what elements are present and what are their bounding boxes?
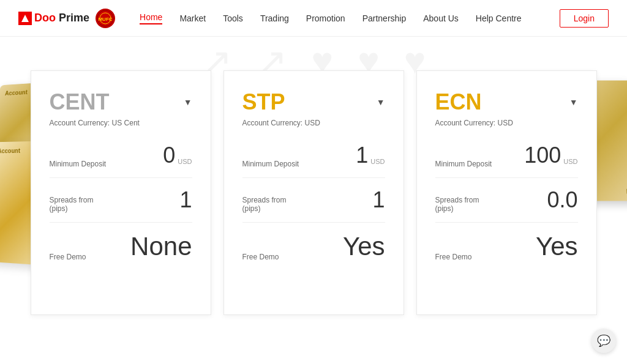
cent-spreads-label: Spreads from (pips): [50, 196, 111, 213]
nav-about-us[interactable]: About Us: [423, 13, 459, 23]
stp-min-deposit-value: 1USD: [356, 143, 385, 168]
stp-spreads-value: 1: [372, 187, 385, 213]
ecn-spreads-row: Spreads from (pips) 0.0: [435, 187, 578, 213]
ecn-card-arrow[interactable]: ▼: [569, 97, 578, 107]
nav-home[interactable]: Home: [140, 12, 162, 24]
main-nav: Home Market Tools Trading Promotion Part…: [140, 12, 560, 24]
cent-spreads-row: Spreads from (pips) 1: [50, 187, 192, 213]
login-button[interactable]: Login: [560, 9, 609, 28]
brand-name: Doo Prime: [34, 12, 89, 24]
stp-spreads-label: Spreads from (pips): [242, 196, 304, 213]
cent-card: CENT ▼ Account Currency: US Cent Minimum…: [31, 70, 211, 315]
header: Doo Prime MUFC Home Market Tools Trading…: [0, 0, 627, 37]
nav-promotion[interactable]: Promotion: [306, 13, 345, 23]
stp-spreads-row: Spreads from (pips) 1: [242, 187, 385, 213]
svg-text:MUFC: MUFC: [98, 17, 112, 22]
stp-demo-row: Free Demo Yes: [242, 232, 385, 261]
ecn-demo-value: Yes: [536, 232, 578, 261]
ecn-spreads-label: Spreads from (pips): [435, 196, 497, 213]
chat-bubble[interactable]: 💬: [591, 329, 616, 353]
cent-min-deposit-value: 0USD: [163, 143, 192, 168]
ecn-card: ECN ▼ Account Currency: USD Minimum Depo…: [416, 70, 597, 315]
stp-min-deposit-row: Minimum Deposit 1USD: [242, 143, 385, 168]
ecn-min-deposit-row: Minimum Deposit 100USD: [435, 143, 578, 168]
manchester-badge: MUFC: [96, 9, 115, 28]
logo: Doo Prime: [18, 12, 89, 25]
ecn-spreads-value: 0.0: [547, 187, 577, 213]
stp-card: STP ▼ Account Currency: USD Minimum Depo…: [223, 70, 404, 315]
cent-currency-label: Account Currency: US Cent: [50, 119, 192, 127]
ecn-min-deposit-label: Minimum Deposit: [435, 160, 492, 168]
cent-card-arrow[interactable]: ▼: [184, 97, 192, 107]
ecn-demo-row: Free Demo Yes: [435, 232, 578, 261]
cent-demo-value: None: [130, 232, 192, 261]
stp-demo-label: Free Demo: [242, 253, 279, 261]
ecn-demo-label: Free Demo: [435, 253, 472, 261]
cent-card-type: CENT: [50, 89, 110, 115]
cent-min-deposit-row: Minimum Deposit 0USD: [50, 143, 192, 168]
ecn-card-header: ECN ▼: [435, 89, 578, 115]
cards-container: CENT ▼ Account Currency: US Cent Minimum…: [0, 37, 627, 327]
nav-tools[interactable]: Tools: [223, 13, 243, 23]
stp-min-deposit-label: Minimum Deposit: [242, 160, 299, 168]
cent-min-deposit-label: Minimum Deposit: [50, 160, 107, 168]
stp-demo-value: Yes: [343, 232, 385, 261]
cent-demo-row: Free Demo None: [50, 232, 192, 261]
stp-card-type: STP: [242, 89, 285, 115]
nav-market[interactable]: Market: [179, 13, 206, 23]
stp-card-arrow[interactable]: ▼: [377, 97, 385, 107]
cent-spreads-value: 1: [179, 187, 192, 213]
nav-trading[interactable]: Trading: [260, 13, 289, 23]
logo-area: Doo Prime MUFC: [18, 9, 115, 28]
cent-demo-label: Free Demo: [50, 253, 86, 261]
stp-currency-label: Account Currency: USD: [242, 119, 385, 127]
stp-card-header: STP ▼: [242, 89, 385, 115]
ecn-currency-label: Account Currency: USD: [435, 119, 578, 127]
main-content: ↗ ↗ ♥ ♥ ♥ Account Account Ec CENT ▼ Acco…: [0, 37, 627, 364]
nav-help-centre[interactable]: Help Centre: [476, 13, 522, 23]
ecn-card-type: ECN: [435, 89, 482, 115]
logo-icon: [18, 12, 32, 25]
nav-partnership[interactable]: Partnership: [362, 13, 407, 23]
svg-marker-0: [21, 15, 29, 22]
cent-card-header: CENT ▼: [50, 89, 192, 115]
ecn-min-deposit-value: 100USD: [524, 143, 577, 168]
